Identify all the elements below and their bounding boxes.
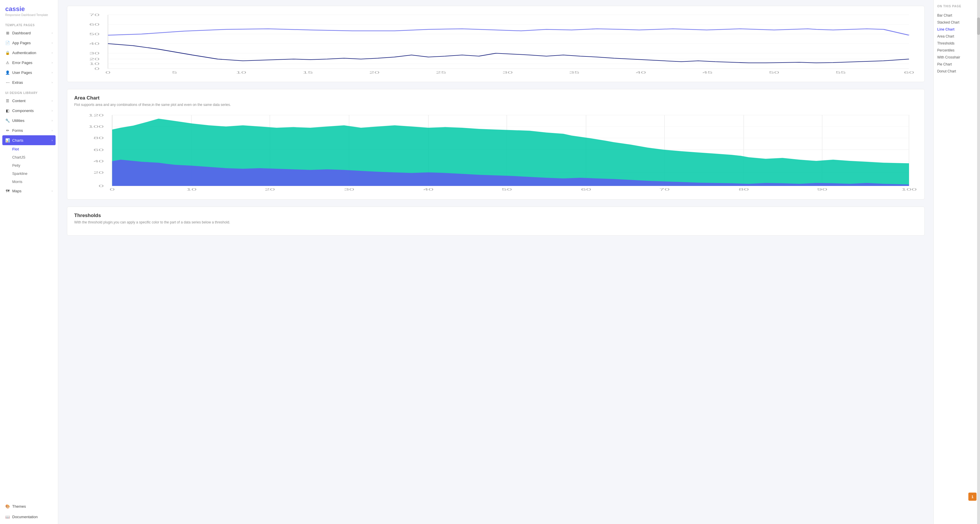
svg-text:80: 80 [94, 136, 103, 140]
svg-text:0: 0 [94, 67, 100, 70]
main-content: 70 60 50 40 30 20 10 0 0 5 10 15 20 25 3… [58, 0, 934, 524]
extras-icon: ⋯ [5, 80, 10, 85]
chevron-right-icon-8: › [51, 109, 52, 112]
components-icon: ◧ [5, 108, 10, 113]
sidebar-item-utilities[interactable]: 🔧 Utilities › [0, 116, 58, 125]
svg-text:55: 55 [836, 71, 846, 74]
svg-text:10: 10 [186, 187, 196, 191]
sidebar-item-label-app-pages: App Pages [12, 41, 31, 45]
svg-text:40: 40 [89, 42, 99, 45]
sidebar-sub-peity[interactable]: Peity [0, 162, 58, 170]
app-pages-icon: 📄 [5, 40, 10, 45]
sidebar-item-authentication[interactable]: 🔒 Authentication › [0, 48, 58, 57]
right-sidebar-percentiles[interactable]: Percentiles [937, 47, 977, 54]
sidebar-item-forms[interactable]: ✏ Forms › [0, 125, 58, 135]
right-sidebar-bar-chart[interactable]: Bar Chart [937, 12, 977, 19]
sidebar-item-label-extras: Extras [12, 80, 23, 85]
svg-text:60: 60 [904, 71, 914, 74]
svg-text:60: 60 [581, 187, 591, 191]
right-sidebar: ON THIS PAGE Bar Chart Stacked Chart Lin… [934, 0, 980, 524]
sidebar-item-app-pages[interactable]: 📄 App Pages › [0, 38, 58, 48]
svg-text:0: 0 [99, 184, 104, 188]
forms-icon: ✏ [5, 128, 10, 133]
area-chart-title: Area Chart [74, 95, 918, 101]
svg-text:0: 0 [110, 187, 115, 191]
sidebar-item-content[interactable]: ☰ Content › [0, 96, 58, 106]
sidebar-sub-flot[interactable]: Flot [0, 145, 58, 153]
user-icon: 👤 [5, 70, 10, 75]
sidebar-item-label-documentation: Documentation [12, 515, 38, 519]
chevron-right-icon-10: › [51, 129, 52, 132]
right-sidebar-pie-chart[interactable]: Pie Chart [937, 61, 977, 68]
notification-badge[interactable]: 1 [968, 492, 977, 501]
svg-text:20: 20 [94, 170, 103, 174]
svg-text:20: 20 [369, 71, 380, 74]
right-sidebar-title: ON THIS PAGE [937, 5, 977, 8]
area-chart-section: Area Chart Flot supports area and any co… [67, 89, 925, 200]
svg-text:50: 50 [89, 32, 99, 36]
right-sidebar-area-chart[interactable]: Area Chart [937, 33, 977, 40]
svg-text:15: 15 [303, 71, 313, 74]
chevron-right-icon: › [51, 31, 52, 35]
right-sidebar-donut-chart[interactable]: Donut Chart [937, 68, 977, 75]
scrollbar[interactable] [977, 0, 980, 524]
line-chart-area: 70 60 50 40 30 20 10 0 0 5 10 15 20 25 3… [74, 12, 918, 76]
brand: cassie Responsive Dashboard Template [0, 0, 58, 19]
sidebar-item-maps[interactable]: 🗺 Maps › [0, 186, 58, 196]
svg-text:60: 60 [89, 23, 99, 26]
sidebar-item-label-error: Error Pages [12, 60, 32, 65]
sidebar-item-user-pages[interactable]: 👤 User Pages › [0, 68, 58, 78]
sidebar-item-dashboard[interactable]: ⊞ Dashboard › [0, 28, 58, 38]
chevron-right-icon-2: › [51, 41, 52, 44]
sidebar-item-error-pages[interactable]: ⚠ Error Pages › [0, 57, 58, 68]
brand-name: cassie [5, 5, 52, 13]
sidebar-sub-morris[interactable]: Morris [0, 178, 58, 186]
charts-icon: 📊 [5, 138, 10, 143]
svg-text:50: 50 [501, 187, 512, 191]
sidebar-item-label-content: Content [12, 98, 25, 103]
svg-text:40: 40 [94, 159, 103, 163]
sidebar: cassie Responsive Dashboard Template TEM… [0, 0, 58, 524]
sidebar-item-components[interactable]: ◧ Components › [0, 106, 58, 116]
chevron-right-icon-12: › [51, 189, 52, 193]
chevron-right-icon-4: › [51, 61, 52, 64]
scrollbar-thumb[interactable] [977, 17, 980, 35]
sidebar-item-label-charts: Charts [12, 138, 23, 143]
sidebar-item-label-themes: Themes [12, 504, 26, 508]
right-sidebar-stacked-chart[interactable]: Stacked Chart [937, 19, 977, 26]
sidebar-item-charts[interactable]: 📊 Charts › [2, 135, 56, 145]
svg-text:100: 100 [901, 187, 916, 191]
template-pages-label: TEMPLATE PAGES [0, 19, 58, 28]
auth-icon: 🔒 [5, 50, 10, 55]
svg-text:50: 50 [769, 71, 779, 74]
svg-text:40: 40 [636, 71, 646, 74]
maps-icon: 🗺 [5, 189, 10, 193]
dashboard-icon: ⊞ [5, 30, 10, 35]
svg-text:5: 5 [172, 71, 177, 74]
svg-text:100: 100 [88, 124, 103, 128]
ui-library-label: UI DESIGN LIBRARY [0, 87, 58, 96]
chevron-right-icon-11: › [51, 138, 52, 142]
sidebar-item-label-maps: Maps [12, 189, 22, 193]
chevron-right-icon-6: › [51, 81, 52, 84]
area-chart-svg: 120 100 80 60 40 20 0 0 10 20 30 40 50 6… [74, 112, 918, 194]
svg-text:30: 30 [89, 51, 99, 55]
svg-text:25: 25 [436, 71, 446, 74]
chevron-right-icon-3: › [51, 51, 52, 54]
documentation-icon: 📖 [5, 514, 10, 519]
right-sidebar-line-chart[interactable]: Line Chart [937, 26, 977, 33]
brand-subtitle: Responsive Dashboard Template [5, 13, 52, 17]
sidebar-sub-sparkline[interactable]: Sparkline [0, 170, 58, 178]
right-sidebar-with-crosshair[interactable]: With Crosshair [937, 54, 977, 61]
svg-text:20: 20 [89, 57, 99, 61]
svg-text:20: 20 [264, 187, 275, 191]
sidebar-sub-chartjs[interactable]: ChartJS [0, 153, 58, 162]
right-sidebar-thresholds[interactable]: Thresholds [937, 40, 977, 47]
sidebar-item-documentation[interactable]: 📖 Documentation [0, 512, 58, 522]
sidebar-item-themes[interactable]: 🎨 Themes [0, 501, 58, 511]
svg-text:70: 70 [89, 13, 99, 17]
svg-text:70: 70 [659, 187, 670, 191]
thresholds-section: Thresholds With the threshold plugin,you… [67, 206, 925, 236]
area-chart-desc: Flot supports area and any combinations … [74, 103, 918, 107]
sidebar-item-extras[interactable]: ⋯ Extras › [0, 78, 58, 87]
